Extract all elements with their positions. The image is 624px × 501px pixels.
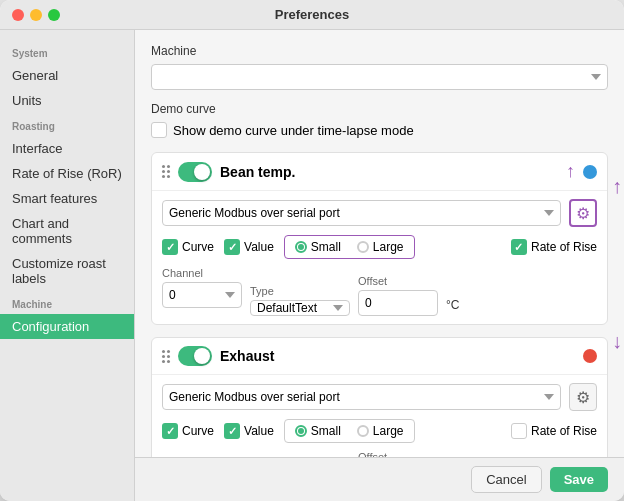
bean-temp-value-checkbox[interactable] (224, 239, 240, 255)
demo-curve-section: Demo curve Show demo curve under time-la… (151, 102, 608, 138)
exhaust-value-label: Value (244, 424, 274, 438)
bean-temp-large-radio[interactable] (357, 241, 369, 253)
machine-section: Machine (151, 44, 608, 90)
exhaust-curve-label: Curve (182, 424, 214, 438)
bean-temp-ror-row[interactable]: Rate of Rise (511, 239, 597, 255)
maximize-button[interactable] (48, 9, 60, 21)
exhaust-value-checkbox-label[interactable]: Value (224, 423, 274, 439)
exhaust-size-radio-group: Small Large (284, 419, 415, 443)
bean-temp-offset-group: Offset (358, 275, 438, 316)
main-area: Machine Demo curve Show demo curve unde (135, 30, 624, 501)
cancel-button[interactable]: Cancel (471, 466, 541, 493)
exhaust-offset-label: Offset (358, 451, 438, 457)
exhaust-fields-row: Channel 0 Type Default (162, 451, 597, 457)
sidebar-item-configuration[interactable]: Configuration (0, 314, 134, 339)
sidebar-item-customize[interactable]: Customize roast labels (0, 251, 134, 291)
bean-temp-value-checkbox-label[interactable]: Value (224, 239, 274, 255)
demo-curve-label: Demo curve (151, 102, 608, 116)
bean-temp-unit: °C (446, 298, 459, 316)
bean-temp-type-select[interactable]: DefaultText (250, 300, 350, 316)
exhaust-source-select[interactable]: Generic Modbus over serial port (162, 384, 561, 410)
bean-temp-type-group: Type DefaultText (250, 285, 350, 316)
scroll-wrapper: Machine Demo curve Show demo curve unde (135, 30, 624, 457)
exhaust-section: Exhaust Generic Modbus over serial port … (151, 337, 608, 457)
exhaust-body: Generic Modbus over serial port ⚙ Curve (152, 375, 607, 457)
bean-temp-offset-label: Offset (358, 275, 438, 287)
bean-temp-size-radio-group: Small Large (284, 235, 415, 259)
demo-curve-checkbox[interactable] (151, 122, 167, 138)
save-button[interactable]: Save (550, 467, 608, 492)
exhaust-ror-row[interactable]: Rate of Rise (511, 423, 597, 439)
bean-temp-offset-input[interactable] (358, 290, 438, 316)
bean-temp-curve-checkbox[interactable] (162, 239, 178, 255)
bean-temp-section: Bean temp. ↑ Generic Modbus over serial … (151, 152, 608, 325)
bean-temp-options-row: Curve Value Small (162, 235, 597, 259)
exhaust-options-row: Curve Value Small (162, 419, 597, 443)
exhaust-large-radio[interactable] (357, 425, 369, 437)
bean-temp-curve-checkbox-label[interactable]: Curve (162, 239, 214, 255)
sidebar-roasting-label: Roasting (0, 113, 134, 136)
bean-temp-source-row: Generic Modbus over serial port ⚙ (162, 199, 597, 227)
traffic-lights (12, 9, 60, 21)
scroll-down-arrow-indicator[interactable]: ↓ (612, 330, 622, 352)
sidebar-system-label: System (0, 40, 134, 63)
exhaust-small-radio[interactable] (295, 425, 307, 437)
bean-temp-toggle[interactable] (178, 162, 212, 182)
scroll-up-indicator: ↑ (612, 175, 622, 198)
sidebar-item-interface[interactable]: Interface (0, 136, 134, 161)
exhaust-toggle[interactable] (178, 346, 212, 366)
sidebar-item-units[interactable]: Units (0, 88, 134, 113)
bean-temp-ror-checkbox[interactable] (511, 239, 527, 255)
bean-temp-large-label: Large (373, 240, 404, 254)
preferences-window: Preferences System General Units Roastin… (0, 0, 624, 501)
bean-temp-channel-group: Channel 0 (162, 267, 242, 316)
bean-temp-small-option[interactable]: Small (287, 238, 349, 256)
bean-temp-channel-select-row: 0 (162, 282, 242, 308)
bean-temp-small-label: Small (311, 240, 341, 254)
exhaust-large-option[interactable]: Large (349, 422, 412, 440)
footer: Cancel Save (135, 457, 624, 501)
bean-temp-value-label: Value (244, 240, 274, 254)
bean-temp-source-select[interactable]: Generic Modbus over serial port (162, 200, 561, 226)
exhaust-drag-handle[interactable] (162, 350, 170, 363)
exhaust-curve-checkbox-label[interactable]: Curve (162, 423, 214, 439)
sidebar-item-general[interactable]: General (0, 63, 134, 88)
bean-temp-ror-label: Rate of Rise (531, 240, 597, 254)
minimize-button[interactable] (30, 9, 42, 21)
sidebar: System General Units Roasting Interface … (0, 30, 135, 501)
machine-select[interactable] (151, 64, 608, 90)
bean-temp-body: Generic Modbus over serial port ⚙ Curve (152, 191, 607, 324)
bean-temp-header: Bean temp. ↑ (152, 153, 607, 191)
exhaust-source-row: Generic Modbus over serial port ⚙ (162, 383, 597, 411)
window-title: Preferences (275, 7, 349, 22)
bean-temp-drag-handle[interactable] (162, 165, 170, 178)
exhaust-large-label: Large (373, 424, 404, 438)
exhaust-gear-button[interactable]: ⚙ (569, 383, 597, 411)
scroll-up-arrow-indicator[interactable]: ↑ (612, 175, 622, 197)
sidebar-item-ror[interactable]: Rate of Rise (RoR) (0, 161, 134, 186)
bean-temp-channel-label: Channel (162, 267, 242, 279)
demo-curve-text: Show demo curve under time-lapse mode (173, 123, 414, 138)
sidebar-item-smart[interactable]: Smart features (0, 186, 134, 211)
bean-temp-small-radio[interactable] (295, 241, 307, 253)
bean-temp-gear-button[interactable]: ⚙ (569, 199, 597, 227)
exhaust-color-dot[interactable] (583, 349, 597, 363)
exhaust-small-option[interactable]: Small (287, 422, 349, 440)
exhaust-offset-group: Offset (358, 451, 438, 457)
sidebar-machine-label: Machine (0, 291, 134, 314)
exhaust-curve-checkbox[interactable] (162, 423, 178, 439)
sidebar-item-chart[interactable]: Chart and comments (0, 211, 134, 251)
bean-temp-type-label: Type (250, 285, 350, 297)
exhaust-value-checkbox[interactable] (224, 423, 240, 439)
demo-curve-checkbox-row: Show demo curve under time-lapse mode (151, 122, 608, 138)
bean-temp-channel-select[interactable]: 0 (162, 282, 242, 308)
exhaust-ror-checkbox[interactable] (511, 423, 527, 439)
bean-temp-color-dot[interactable] (583, 165, 597, 179)
bean-temp-label: Bean temp. (220, 164, 558, 180)
machine-label: Machine (151, 44, 608, 58)
scroll-up-arrow[interactable]: ↑ (566, 161, 575, 182)
close-button[interactable] (12, 9, 24, 21)
content-area: System General Units Roasting Interface … (0, 30, 624, 501)
bean-temp-large-option[interactable]: Large (349, 238, 412, 256)
machine-select-row (151, 64, 608, 90)
